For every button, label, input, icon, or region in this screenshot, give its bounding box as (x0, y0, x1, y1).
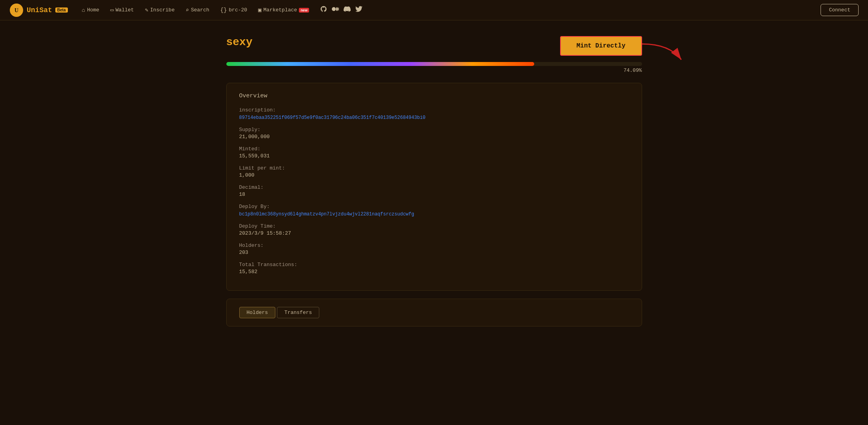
label-deploy-by: Deploy By: (239, 204, 629, 210)
nav-item-inscribe[interactable]: ✎ Inscribe (140, 4, 179, 16)
github-icon[interactable] (320, 5, 327, 15)
nav-links: ⌂ Home ▭ Wallet ✎ Inscribe ⌕ Search {} b… (77, 4, 818, 16)
overview-row-decimal: Decimal: 18 (239, 184, 629, 197)
medium-icon[interactable] (332, 5, 339, 15)
token-name: sexy (226, 36, 253, 48)
overview-row-deploy-by: Deploy By: bc1p8n0lmc368ynsyd6l4ghmatzv4… (239, 204, 629, 217)
nav-label-inscribe: Inscribe (150, 7, 175, 13)
label-decimal: Decimal: (239, 184, 629, 190)
overview-title: Overview (239, 93, 629, 99)
main-content: sexy Mint Directly 74.09% (218, 20, 650, 342)
mint-directly-button[interactable]: Mint Directly (560, 36, 642, 56)
nav-item-wallet[interactable]: ▭ Wallet (106, 4, 138, 16)
marketplace-icon: ▣ (258, 7, 261, 13)
value-deploy-by[interactable]: bc1p8n0lmc368ynsyd6l4ghmatzv4pn7lvjzdu4w… (239, 212, 414, 217)
value-supply: 21,000,000 (239, 134, 629, 140)
navbar: U UniSat Beta ⌂ Home ▭ Wallet ✎ Inscribe… (0, 0, 868, 20)
logo-text: UniSat (27, 6, 52, 14)
nav-item-home[interactable]: ⌂ Home (77, 5, 104, 16)
discord-icon[interactable] (344, 5, 351, 15)
nav-label-marketplace: Marketplace (264, 7, 297, 13)
overview-row-limit: Limit per mint: 1,000 (239, 165, 629, 178)
value-holders: 203 (239, 250, 629, 255)
value-transactions: 15,582 (239, 269, 629, 275)
search-icon: ⌕ (186, 7, 189, 13)
overview-row-minted: Minted: 15,559,031 (239, 146, 629, 159)
progress-bar-track (226, 62, 642, 66)
nav-label-home: Home (87, 7, 99, 13)
mint-directly-wrap: Mint Directly (560, 36, 642, 56)
arrow-svg (638, 40, 689, 79)
overview-row-deploy-time: Deploy Time: 2023/3/9 15:58:27 (239, 223, 629, 236)
new-badge: new (299, 8, 309, 13)
arrow-annotation (638, 40, 689, 81)
value-deploy-time: 2023/3/9 15:58:27 (239, 230, 629, 236)
top-row: sexy Mint Directly (226, 36, 642, 56)
logo[interactable]: U UniSat Beta (9, 3, 68, 17)
nav-item-brc20[interactable]: {} brc-20 (215, 5, 252, 16)
tab-holders[interactable]: Holders (239, 307, 276, 318)
overview-row-holders: Holders: 203 (239, 243, 629, 255)
label-supply: Supply: (239, 127, 629, 133)
overview-row-inscription: inscription: 89714ebaa352251f069f57d5e9f… (239, 107, 629, 120)
logo-icon: U (9, 3, 24, 17)
tabs-card: Holders Transfers (226, 299, 642, 327)
svg-text:U: U (15, 7, 18, 13)
social-icons (320, 5, 362, 15)
tabs-row: Holders Transfers (239, 307, 629, 318)
home-icon: ⌂ (82, 7, 85, 13)
overview-row-transactions: Total Transactions: 15,582 (239, 262, 629, 275)
wallet-icon: ▭ (110, 7, 113, 13)
value-limit: 1,000 (239, 172, 629, 178)
overview-row-supply: Supply: 21,000,000 (239, 127, 629, 140)
nav-label-wallet: Wallet (116, 7, 134, 13)
beta-badge: Beta (55, 7, 68, 13)
progress-bar-fill (226, 62, 534, 66)
label-holders: Holders: (239, 243, 629, 248)
label-inscription: inscription: (239, 107, 629, 113)
tab-transfers[interactable]: Transfers (277, 307, 319, 318)
label-transactions: Total Transactions: (239, 262, 629, 268)
progress-section: 74.09% (226, 62, 642, 73)
brc20-icon: {} (220, 7, 227, 13)
progress-percentage: 74.09% (226, 67, 642, 73)
label-limit: Limit per mint: (239, 165, 629, 171)
label-minted: Minted: (239, 146, 629, 152)
value-inscription[interactable]: 89714ebaa352251f069f57d5e9f0ac31796c24ba… (239, 115, 426, 120)
nav-item-marketplace[interactable]: ▣ Marketplace new (253, 4, 314, 16)
nav-label-brc20: brc-20 (229, 7, 247, 13)
value-decimal: 18 (239, 192, 629, 197)
value-minted: 15,559,031 (239, 153, 629, 159)
connect-button[interactable]: Connect (821, 4, 859, 16)
twitter-icon[interactable] (355, 5, 362, 15)
nav-item-search[interactable]: ⌕ Search (181, 4, 214, 16)
inscribe-icon: ✎ (145, 7, 148, 13)
nav-label-search: Search (191, 7, 209, 13)
overview-card: Overview inscription: 89714ebaa352251f06… (226, 83, 642, 291)
label-deploy-time: Deploy Time: (239, 223, 629, 229)
